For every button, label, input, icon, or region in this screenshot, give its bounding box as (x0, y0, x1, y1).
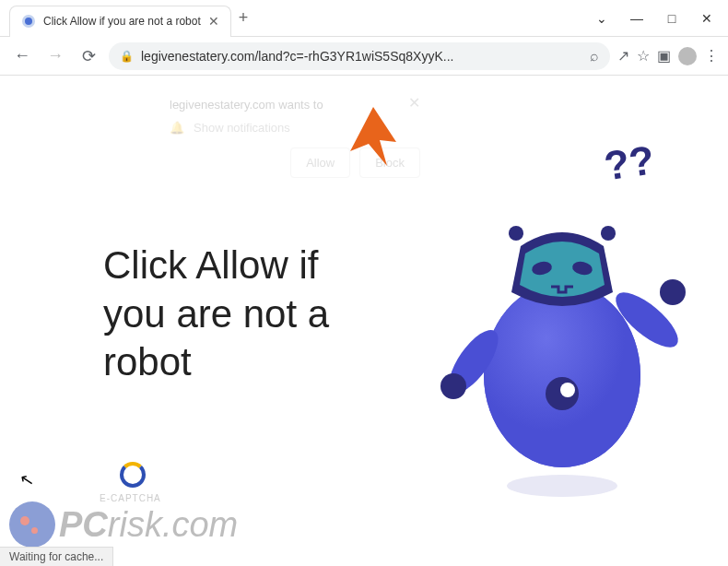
robot-icon (433, 172, 691, 504)
forward-button: → (42, 43, 68, 69)
toolbar: ← → ⟳ 🔒 legivenestatery.com/land?c=-rhG3… (0, 37, 728, 76)
search-icon[interactable]: ⌕ (590, 48, 599, 65)
tab-title: Click Allow if you are not a robot (43, 15, 201, 28)
svg-point-3 (507, 475, 617, 497)
svg-point-11 (601, 226, 616, 241)
bell-icon: 🔔 (170, 121, 184, 135)
titlebar: Click Allow if you are not a robot ✕ + ⌄… (0, 0, 728, 37)
svg-point-10 (509, 226, 523, 241)
lock-icon[interactable]: 🔒 (120, 50, 134, 63)
window-controls: ⌄ — □ ✕ (588, 5, 728, 32)
pointer-arrow-icon (341, 105, 405, 170)
page-headline: Click Allow if you are not a robot (103, 242, 329, 387)
watermark-text: PCrisk.com (59, 505, 238, 545)
tab-search-dropdown-icon[interactable]: ⌄ (588, 5, 616, 32)
svg-point-5 (484, 283, 640, 467)
headline-line-3: robot (103, 338, 329, 387)
menu-icon[interactable]: ⋮ (704, 47, 719, 65)
extensions-icon[interactable]: ▣ (657, 47, 671, 65)
tab-close-icon[interactable]: ✕ (208, 14, 219, 29)
back-button[interactable]: ← (9, 43, 35, 69)
svg-point-1 (25, 18, 32, 25)
svg-point-15 (660, 279, 686, 305)
close-window-button[interactable]: ✕ (693, 5, 721, 32)
new-tab-button[interactable]: + (239, 8, 249, 28)
url-text: legivenestatery.com/land?c=-rhG3YR1wiS5S… (141, 49, 582, 64)
tab-favicon-icon (21, 14, 36, 29)
headline-line-2: you are not a (103, 290, 329, 339)
minimize-button[interactable]: — (623, 5, 651, 32)
svg-point-13 (440, 373, 466, 399)
notification-permission-text: Show notifications (194, 121, 290, 135)
svg-marker-2 (350, 107, 396, 166)
watermark-logo-icon (9, 501, 55, 548)
bookmark-star-icon[interactable]: ☆ (637, 47, 650, 65)
loading-spinner-icon (120, 462, 146, 488)
notification-close-icon[interactable]: ✕ (408, 94, 420, 112)
maximize-button[interactable]: □ (658, 5, 686, 32)
reload-button[interactable]: ⟳ (76, 43, 101, 69)
page-content: legivenestatery.com wants to ✕ 🔔 Show no… (0, 76, 728, 566)
address-bar[interactable]: 🔒 legivenestatery.com/land?c=-rhG3YR1wiS… (109, 42, 610, 70)
svg-point-7 (560, 383, 575, 397)
headline-line-1: Click Allow if (103, 242, 329, 290)
watermark: PCrisk.com (9, 501, 238, 548)
profile-avatar-icon[interactable] (678, 47, 697, 65)
status-bar: Waiting for cache... (0, 547, 113, 566)
mouse-cursor-icon: ↖ (18, 469, 36, 492)
browser-tab[interactable]: Click Allow if you are not a robot ✕ (9, 6, 231, 37)
share-icon[interactable]: ↗ (617, 47, 629, 65)
